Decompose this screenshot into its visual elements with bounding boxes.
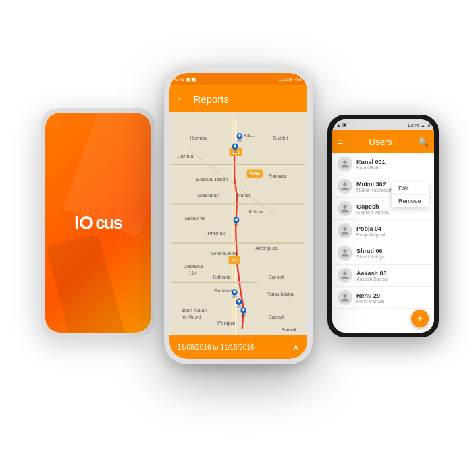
svg-text:Rana Majra: Rana Majra	[266, 291, 294, 297]
svg-text:Badauli: Badauli	[214, 288, 232, 294]
svg-point-39	[242, 308, 244, 311]
logo-l: l	[74, 213, 78, 234]
context-menu: Edit Remove	[392, 182, 429, 207]
locus-logo: l cus	[74, 213, 122, 234]
user-name: Pooja 04	[356, 225, 429, 232]
reports-app-bar: ← Reports	[169, 85, 307, 112]
svg-text:Maduban: Maduban	[197, 192, 219, 198]
svg-point-35	[233, 290, 236, 293]
avatar	[338, 268, 352, 283]
svg-text:m Khurd: m Khurd	[181, 314, 201, 320]
status-time: 12:38 PM	[278, 76, 301, 82]
avatar	[338, 223, 352, 238]
phone-center-inner: G G ▣▣ 12:38 PM ← Reports	[169, 73, 307, 359]
user-info: Aakash 08 Aakash Bansai	[356, 270, 429, 281]
fab-add-button[interactable]	[411, 310, 429, 327]
user-name: Aakash 08	[356, 270, 429, 277]
right-signal-icon: .ll	[427, 123, 430, 128]
svg-text:Hemda: Hemda	[190, 135, 207, 141]
svg-point-41	[238, 134, 241, 137]
svg-text:709A: 709A	[249, 171, 260, 176]
user-name: Renu 29	[356, 292, 429, 299]
expand-chevron-icon[interactable]: ∧	[293, 342, 299, 352]
right-status-bar: ▲ ▣ 12:44 ▲ .ll	[332, 119, 434, 130]
svg-point-31	[234, 145, 236, 148]
scene: l cus G G ▣▣ 12:38 PM ← Reports	[0, 0, 476, 463]
user-name: Kunal 001	[356, 159, 429, 165]
volume-up-btn[interactable]	[151, 160, 153, 175]
avatar	[338, 201, 352, 216]
signal-icon: ▲	[336, 123, 341, 128]
svg-text:114: 114	[188, 270, 198, 276]
phone-right: ▲ ▣ 12:44 ▲ .ll ≡ Users 🔍	[327, 115, 439, 337]
user-item[interactable]: Shruti 06 Shruti Kahiya	[332, 242, 434, 265]
status-left: G G ▣▣	[175, 76, 197, 82]
svg-text:Phurlak: Phurlak	[207, 230, 225, 236]
user-item[interactable]: Aakash 08 Aakash Bansai	[332, 265, 434, 287]
svg-text:Arainpura: Arainpura	[255, 245, 278, 251]
splash-screen: l cus	[45, 113, 151, 333]
volume-down-btn[interactable]	[151, 180, 153, 195]
phone-center: G G ▣▣ 12:38 PM ← Reports	[164, 67, 313, 364]
svg-text:Kohand: Kohand	[213, 275, 231, 281]
user-sub: Aakash Bansai	[356, 277, 429, 281]
map-svg: 115 709A 44 114 Hemda Subhri Jundla Bazi…	[169, 112, 307, 335]
date-range: 11/08/2016 to 11/15/2016	[178, 344, 255, 351]
avatar	[338, 157, 352, 171]
user-item[interactable]: Kunal 001 Kunal Rutto	[332, 153, 434, 175]
logo-cus: cus	[95, 213, 122, 234]
user-sub: Gopesh Jangra	[356, 210, 429, 215]
right-status-icons: ▲ ▣	[336, 122, 347, 128]
back-button[interactable]: ←	[176, 92, 187, 105]
user-name: Shruti 06	[356, 248, 429, 254]
svg-text:Jundla: Jundla	[178, 153, 194, 159]
svg-point-33	[235, 218, 238, 221]
users-app-bar: ≡ Users 🔍	[332, 130, 434, 153]
user-item[interactable]: Mukul 302 Mukul Kulshrestha Edit Remove	[332, 175, 434, 198]
date-bar[interactable]: 11/08/2016 to 11/15/2016 ∧	[169, 335, 307, 359]
user-sub: Kunal Rutto	[356, 165, 429, 170]
user-item[interactable]: Pooja 04 Pooja Nagpal	[332, 220, 434, 242]
user-sub: Renu Panwa	[356, 299, 429, 304]
svg-point-32	[234, 223, 239, 226]
svg-text:Kutail: Kutail	[237, 192, 250, 198]
svg-text:Subhri: Subhri	[273, 135, 288, 141]
svg-text:Barsat: Barsat	[268, 275, 284, 281]
svg-text:Panipat: Panipat	[217, 320, 235, 326]
svg-point-30	[232, 150, 238, 153]
svg-text:Sataundi: Sataundi	[184, 215, 205, 221]
right-wifi-icon: ▲	[421, 123, 425, 128]
add-icon	[415, 314, 425, 323]
user-sub: Pooja Nagpal	[356, 232, 429, 237]
svg-text:ssan Kalan: ssan Kalan	[181, 307, 207, 313]
avatar	[338, 179, 352, 194]
remove-menu-item[interactable]: Remove	[392, 195, 429, 207]
avatar	[338, 246, 352, 261]
map-area[interactable]: 115 709A 44 114 Hemda Subhri Jundla Bazi…	[169, 112, 307, 335]
svg-text:Ranwar: Ranwar	[268, 173, 286, 179]
svg-point-36	[236, 305, 242, 308]
phone-right-inner: ▲ ▣ 12:44 ▲ .ll ≡ Users 🔍	[332, 119, 434, 333]
user-info: Pooja 04 Pooja Nagpal	[356, 225, 429, 237]
user-info: Kunal 001 Kunal Rutto	[356, 159, 429, 170]
user-info: Shruti 06 Shruti Kahiya	[356, 248, 429, 259]
logo-o	[80, 216, 93, 229]
svg-point-37	[238, 300, 240, 303]
svg-text:Dadlana: Dadlana	[183, 263, 203, 269]
svg-point-38	[240, 314, 246, 317]
reports-title: Reports	[194, 93, 230, 105]
right-status-time: 12:44	[407, 123, 419, 128]
users-title: Users	[369, 137, 392, 147]
edit-menu-item[interactable]: Edit	[392, 182, 429, 195]
svg-text:Gharaunda: Gharaunda	[211, 250, 237, 256]
svg-text:Kalron: Kalron	[248, 209, 263, 215]
svg-text:Bazida Jattan: Bazida Jattan	[196, 176, 228, 182]
svg-text:Ka...: Ka...	[243, 132, 254, 138]
search-icon[interactable]: 🔍	[418, 137, 429, 147]
user-item[interactable]: Renu 29 Renu Panwa	[332, 287, 434, 309]
svg-text:Sanoli: Sanoli	[282, 327, 296, 333]
status-left-icons: G G ▣▣	[175, 76, 197, 82]
battery-icon: ▣	[342, 122, 347, 128]
menu-icon[interactable]: ≡	[338, 136, 343, 147]
avatar	[338, 290, 352, 305]
